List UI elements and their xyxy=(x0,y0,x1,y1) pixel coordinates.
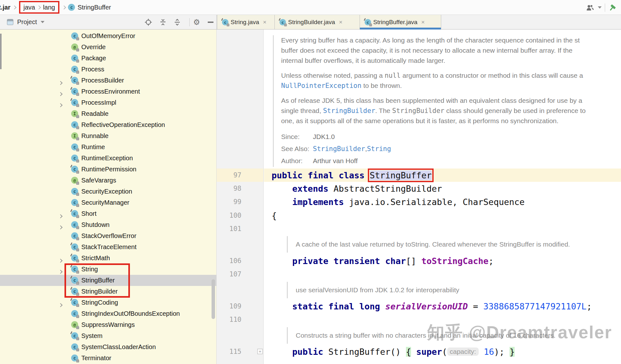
tree-item-StackTraceElement[interactable]: cStackTraceElement xyxy=(0,242,217,253)
code-line[interactable] xyxy=(264,361,621,364)
code-line[interactable]: implements java.io.Serializable, CharSeq… xyxy=(264,195,621,208)
javadoc-text: argument to a constructor or method in t… xyxy=(401,72,583,79)
expand-chevron-icon[interactable] xyxy=(59,301,62,308)
javadoc-link[interactable]: StringBuilder xyxy=(313,145,365,153)
javadoc-link[interactable]: NullPointerException xyxy=(281,82,361,89)
javadoc-text: one, as it supports all of the same oper… xyxy=(281,117,558,124)
tree-item-StringIndexOutOfBoundsException[interactable]: cStringIndexOutOfBoundsException xyxy=(0,308,217,319)
tree-item-SecurityException[interactable]: cSecurityException xyxy=(0,186,217,197)
tree-item-SecurityManager[interactable]: cSecurityManager xyxy=(0,197,217,208)
code-line[interactable] xyxy=(264,268,621,281)
tree-item-RuntimeException[interactable]: cRuntimeException xyxy=(0,153,217,164)
code-token xyxy=(411,347,416,357)
code-line[interactable]: { xyxy=(264,209,621,222)
tree-item-label: StringIndexOutOfBoundsException xyxy=(81,310,180,317)
tree-item-StringBuilder[interactable]: cStringBuilder xyxy=(0,286,217,297)
tree-item-ProcessImpl[interactable]: cProcessImpl xyxy=(0,97,217,108)
code-token: 16 xyxy=(484,347,494,357)
tree-item-ProcessEnvironment[interactable]: cProcessEnvironment xyxy=(0,86,217,97)
tree-item-Package[interactable]: cPackage xyxy=(0,53,217,64)
javadoc-link[interactable]: StringBuilder xyxy=(323,107,375,115)
class-icon: c xyxy=(71,32,78,39)
project-dropdown-caret-icon[interactable] xyxy=(41,21,44,23)
tab-StringBuilder.java[interactable]: cStringBuilder.java× xyxy=(275,15,360,29)
tree-scrollbar-left[interactable] xyxy=(0,34,2,69)
expand-chevron-icon[interactable] xyxy=(59,212,62,219)
lock-badge-icon xyxy=(76,249,79,251)
expand-chevron-icon[interactable] xyxy=(59,223,62,230)
expand-all-icon[interactable] xyxy=(172,17,182,27)
tree-item-String[interactable]: cString xyxy=(0,264,217,275)
close-icon[interactable]: × xyxy=(339,19,342,26)
tree-scrollbar-thumb[interactable] xyxy=(212,279,215,319)
annotation-icon: @ xyxy=(71,177,78,184)
tree-item-Readable[interactable]: IReadable xyxy=(0,108,217,119)
tree-item-SystemClassLoaderAction[interactable]: cSystemClassLoaderAction xyxy=(0,341,217,353)
tree-item-StringBuffer[interactable]: cStringBuffer xyxy=(0,275,217,286)
breadcrumb-item-java[interactable]: java xyxy=(24,4,35,11)
tree-item-label: SystemClassLoaderAction xyxy=(81,343,156,351)
tab-label: String.java xyxy=(231,19,259,26)
code-line[interactable]: static final long serialVersionUID = 338… xyxy=(264,300,621,313)
tree-item-Runnable[interactable]: IRunnable xyxy=(0,130,217,142)
expand-chevron-icon[interactable] xyxy=(59,256,62,264)
tree-item-OutOfMemoryError[interactable]: cOutOfMemoryError xyxy=(0,30,217,42)
fold-expand-icon[interactable]: + xyxy=(257,349,263,354)
tree-item-Process[interactable]: cProcess xyxy=(0,64,217,75)
tree-item-Terminator[interactable]: cTerminator xyxy=(0,353,217,364)
settings-gear-icon[interactable]: ⚙ xyxy=(192,17,201,27)
tree-item-Short[interactable]: cShort xyxy=(0,208,217,219)
expand-chevron-icon[interactable] xyxy=(59,90,62,97)
tree-item-RuntimePermission[interactable]: cRuntimePermission xyxy=(0,164,217,175)
javadoc-line: internal buffer overflows, it is automat… xyxy=(281,56,621,66)
tree-item-StrictMath[interactable]: cStrictMath xyxy=(0,253,217,264)
project-panel-header: Project ⚙ xyxy=(0,15,217,29)
tree-item-label: StrictMath xyxy=(81,255,110,262)
javadoc-meta-row: See Also:StringBuilder, String xyxy=(281,143,621,155)
editor-pane[interactable]: Every string buffer has a capacity. As l… xyxy=(264,30,621,364)
code-line[interactable] xyxy=(264,222,621,235)
tab-String.java[interactable]: cString.java× xyxy=(217,15,275,29)
users-icon[interactable] xyxy=(586,4,602,11)
chevron-right-icon xyxy=(62,5,66,10)
tree-item-label: StringBuilder xyxy=(81,288,118,295)
code-line[interactable]: private transient char[] toStringCache; xyxy=(264,254,621,268)
code-line[interactable]: public StringBuffer() { super(capacity: … xyxy=(264,345,621,358)
tree-item-ReflectiveOperationException[interactable]: cReflectiveOperationException xyxy=(0,119,217,130)
class-icon: c xyxy=(71,88,78,95)
javadoc-line: one, as it supports all of the same oper… xyxy=(281,116,621,126)
tree-item-Runtime[interactable]: cRuntime xyxy=(0,142,217,153)
class-icon: c xyxy=(71,332,78,339)
tree-item-ProcessBuilder[interactable]: cProcessBuilder xyxy=(0,75,217,86)
locate-file-icon[interactable] xyxy=(144,17,153,27)
javadoc-meta-row: Since:JDK1.0 xyxy=(281,131,621,143)
tree-item-Override[interactable]: @Override xyxy=(0,42,217,53)
code-line[interactable] xyxy=(264,313,621,326)
tree-item-label: StackOverflowError xyxy=(81,232,136,240)
tree-item-System[interactable]: cSystem xyxy=(0,330,217,341)
expand-chevron-icon[interactable] xyxy=(59,79,62,86)
tab-StringBuffer.java[interactable]: cStringBuffer.java× xyxy=(360,15,441,29)
tree-item-StackOverflowError[interactable]: cStackOverflowError xyxy=(0,230,217,242)
tree-item-SuppressWarnings[interactable]: @SuppressWarnings xyxy=(0,319,217,330)
expand-chevron-icon[interactable] xyxy=(59,101,62,108)
project-panel-title[interactable]: Project xyxy=(17,18,37,26)
close-icon[interactable]: × xyxy=(421,19,425,26)
breadcrumb-item-lang[interactable]: lang xyxy=(43,4,55,11)
collapse-all-icon[interactable] xyxy=(158,17,168,27)
code-line[interactable]: public final class StringBuffer xyxy=(264,169,621,182)
project-tool-icon[interactable] xyxy=(7,19,13,25)
build-hammer-icon[interactable] xyxy=(608,3,617,12)
tree-item-SafeVarargs[interactable]: @SafeVarargs xyxy=(0,175,217,186)
javadoc-link[interactable]: String xyxy=(367,145,391,153)
expand-chevron-icon[interactable] xyxy=(59,268,62,275)
tree-item-Shutdown[interactable]: cShutdown xyxy=(0,219,217,230)
breadcrumb-item-class[interactable]: StringBuffer xyxy=(78,4,111,11)
tree-item-StringCoding[interactable]: cStringCoding xyxy=(0,297,217,308)
code-line[interactable]: extends AbstractStringBuilder xyxy=(264,182,621,195)
breadcrumb-item-jar[interactable]: t.jar xyxy=(0,4,10,11)
close-icon[interactable]: × xyxy=(263,19,267,26)
code-token xyxy=(272,347,292,357)
code-token: ; xyxy=(587,301,592,311)
hide-panel-icon[interactable] xyxy=(206,17,215,27)
